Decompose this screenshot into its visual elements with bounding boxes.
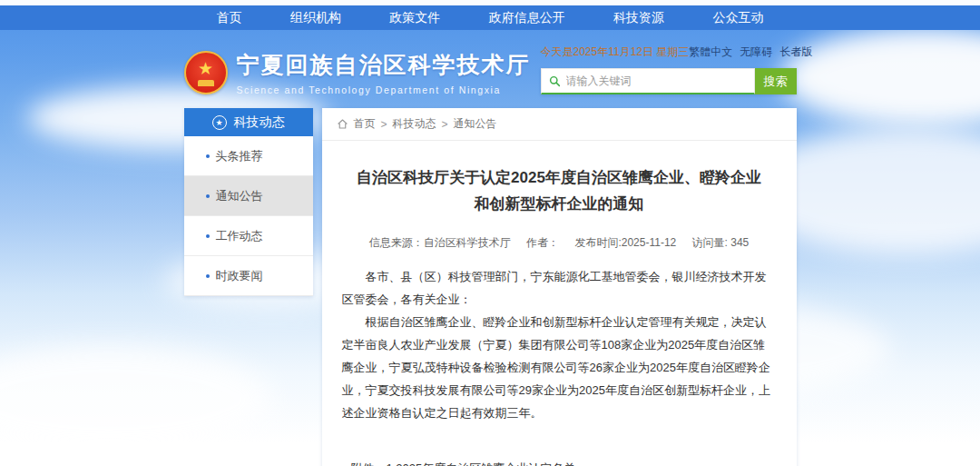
- emblem-gate-icon: [198, 80, 214, 86]
- search-button[interactable]: 搜索: [755, 68, 797, 94]
- article-paragraph: 各市、县（区）科技管理部门，宁东能源化工基地管委会，银川经济技术开发区管委会，各…: [342, 265, 777, 311]
- emblem-star-icon: ★: [198, 60, 213, 77]
- today-date-text: 今天是2025年11月12日 星期三: [541, 45, 690, 60]
- link-accessibility[interactable]: 无障碍: [740, 45, 772, 60]
- search-bar: 搜索: [541, 68, 797, 94]
- content-area: ★ 科技动态 头条推荐 通知公告 工作动态 时政要闻: [184, 108, 797, 466]
- meta-publish-date: 发布时间:2025-11-12: [574, 236, 676, 249]
- sidebar-item-current-politics[interactable]: 时政要闻: [184, 256, 313, 296]
- breadcrumb-tech-news[interactable]: 科技动态: [393, 116, 436, 132]
- article-title: 自治区科技厅关于认定2025年度自治区雏鹰企业、瞪羚企业 和创新型标杆企业的通知: [342, 164, 777, 217]
- nav-item-tech-resources[interactable]: 科技资源: [613, 10, 664, 26]
- circled-star-icon: ★: [212, 115, 227, 130]
- breadcrumb-home[interactable]: 首页: [354, 116, 376, 132]
- article: 自治区科技厅关于认定2025年度自治区雏鹰企业、瞪羚企业 和创新型标杆企业的通知…: [322, 164, 797, 466]
- national-emblem-logo: ★: [184, 51, 228, 94]
- sidebar-title-label: 科技动态: [234, 114, 285, 131]
- main-panel: 首页 > 科技动态 > 通知公告 自治区科技厅关于认定2025年度自治区雏鹰企业…: [322, 108, 797, 466]
- site-brand: ★ 宁夏回族自治区科学技术厅 Science and Technology De…: [184, 43, 531, 95]
- breadcrumb: 首页 > 科技动态 > 通知公告: [322, 108, 797, 141]
- home-icon: [337, 118, 348, 130]
- nav-item-policy-documents[interactable]: 政策文件: [389, 10, 440, 26]
- site-subtitle: Science and Technology Department of Nin…: [237, 84, 531, 95]
- page: 首页 组织机构 政策文件 政府信息公开 科技资源 公众互动 ★ 宁夏回族自治区科…: [0, 0, 980, 466]
- meta-author: 作者：: [526, 236, 559, 249]
- meta-source: 信息来源：自治区科学技术厅: [369, 236, 511, 249]
- site-header: ★ 宁夏回族自治区科学技术厅 Science and Technology De…: [184, 43, 797, 95]
- meta-visits: 访问量: 345: [692, 236, 750, 249]
- cloud: [780, 27, 980, 127]
- sidebar: ★ 科技动态 头条推荐 通知公告 工作动态 时政要闻: [184, 108, 313, 296]
- sidebar-item-label: 时政要闻: [216, 268, 263, 284]
- attachments-block: 附件： 1.2025年度自治区雏鹰企业认定名单 2.2025年度自治区瞪羚企业认…: [351, 457, 777, 466]
- nav-item-organization[interactable]: 组织机构: [290, 10, 341, 26]
- site-title: 宁夏回族自治区科学技术厅: [237, 50, 531, 80]
- link-traditional-chinese[interactable]: 繁體中文: [689, 45, 732, 60]
- header-utilities: 今天是2025年11月12日 星期三 繁體中文 无障碍 长者版 搜索: [541, 43, 797, 95]
- article-title-line1: 自治区科技厅关于认定2025年度自治区雏鹰企业、瞪羚企业: [342, 164, 777, 191]
- bullet-dot-icon: [206, 274, 210, 278]
- nav-item-gov-info-disclosure[interactable]: 政府信息公开: [489, 10, 565, 26]
- attachments-label: 附件：: [351, 457, 387, 466]
- breadcrumb-notices[interactable]: 通知公告: [454, 116, 497, 132]
- nav-item-public-interaction[interactable]: 公众互动: [712, 10, 763, 26]
- sidebar-item-headline-recommend[interactable]: 头条推荐: [184, 136, 313, 176]
- nav-item-home[interactable]: 首页: [217, 10, 242, 26]
- sidebar-title[interactable]: ★ 科技动态: [184, 108, 313, 136]
- breadcrumb-separator: >: [381, 118, 387, 131]
- bullet-dot-icon: [206, 234, 210, 238]
- article-body: 各市、县（区）科技管理部门，宁东能源化工基地管委会，银川经济技术开发区管委会，各…: [342, 265, 777, 424]
- search-icon: [549, 75, 561, 87]
- search-input[interactable]: [566, 74, 747, 87]
- sidebar-item-label: 头条推荐: [216, 148, 263, 164]
- article-paragraph: 根据自治区雏鹰企业、瞪羚企业和创新型标杆企业认定管理有关规定，决定认定半亩良人农…: [342, 311, 777, 424]
- sidebar-item-work-news[interactable]: 工作动态: [184, 216, 313, 256]
- sidebar-item-label: 工作动态: [216, 228, 263, 244]
- sidebar-item-notices[interactable]: 通知公告: [184, 176, 313, 216]
- bullet-dot-icon: [206, 194, 210, 198]
- breadcrumb-separator: >: [442, 118, 448, 131]
- article-meta: 信息来源：自治区科学技术厅 作者： 发布时间:2025-11-12 访问量: 3…: [342, 235, 777, 251]
- main-navbar: 首页 组织机构 政策文件 政府信息公开 科技资源 公众互动: [0, 5, 980, 30]
- bullet-dot-icon: [206, 154, 210, 158]
- sidebar-item-label: 通知公告: [216, 188, 263, 204]
- link-elder-version[interactable]: 长者版: [779, 45, 812, 60]
- article-title-line2: 和创新型标杆企业的通知: [342, 191, 777, 217]
- attachment-link-1[interactable]: 1.2025年度自治区雏鹰企业认定名单: [387, 457, 612, 466]
